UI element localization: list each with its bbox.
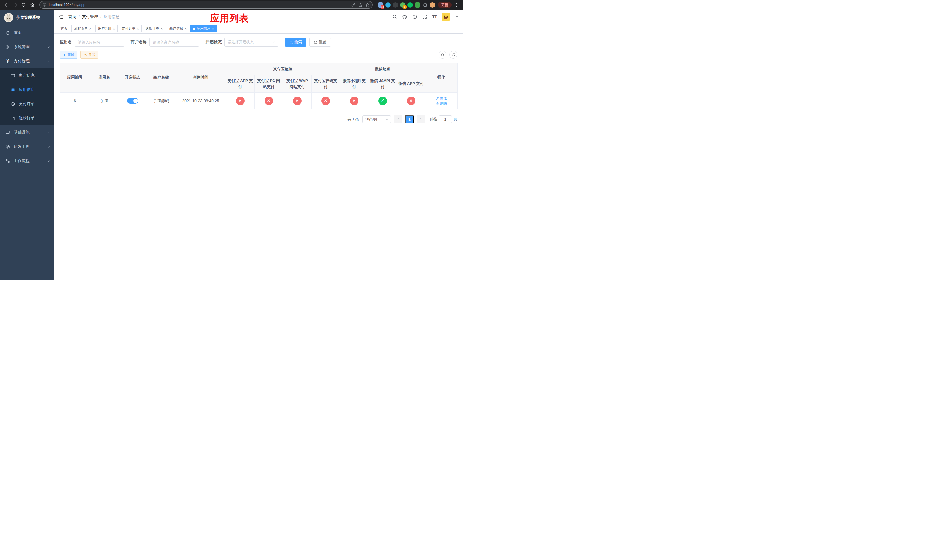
browser-update-button[interactable]: 更新 bbox=[438, 2, 452, 8]
tab-pay-orders[interactable]: 支付订单× bbox=[119, 25, 142, 32]
delete-button[interactable]: 删除 bbox=[436, 101, 447, 106]
table-toolbar: 新增 导出 bbox=[60, 51, 457, 59]
column-header-actions: 操作 bbox=[425, 63, 458, 92]
user-avatar[interactable] bbox=[442, 12, 450, 21]
browser-menu-icon[interactable] bbox=[453, 1, 460, 9]
page-number-button[interactable]: 1 bbox=[405, 115, 414, 123]
tab-refund-orders[interactable]: 退款订单× bbox=[143, 25, 165, 32]
search-icon bbox=[289, 41, 293, 44]
column-header-alipay-app: 支付宝 APP 支付 bbox=[226, 76, 254, 92]
refresh-icon bbox=[314, 41, 318, 44]
sidebar-item-refund-orders[interactable]: 退款订单 bbox=[0, 111, 54, 125]
sidebar-item-system[interactable]: 系统管理 bbox=[0, 40, 54, 54]
extension-icon-3[interactable] bbox=[393, 2, 398, 8]
help-icon[interactable] bbox=[412, 14, 417, 19]
sidebar-item-pay-orders[interactable]: 支付订单 bbox=[0, 97, 54, 111]
breadcrumb-home[interactable]: 首页 bbox=[68, 14, 76, 20]
sidebar-item-app-info[interactable]: 应用信息 bbox=[0, 83, 54, 97]
merchant-name-input[interactable] bbox=[150, 38, 199, 47]
close-icon[interactable]: × bbox=[113, 27, 115, 30]
github-icon[interactable] bbox=[402, 14, 407, 20]
address-bar[interactable]: localhost:1024/pay/app bbox=[39, 1, 373, 9]
sidebar-fold-icon[interactable] bbox=[57, 13, 65, 21]
chevron-down-icon bbox=[385, 118, 388, 121]
status-wx-app-icon: × bbox=[407, 97, 415, 105]
monitor-icon bbox=[5, 130, 10, 135]
pagination-total: 共 1 条 bbox=[348, 117, 359, 122]
share-icon[interactable] bbox=[358, 3, 363, 7]
sidebar-item-payment[interactable]: ¥ 支付管理 bbox=[0, 54, 54, 68]
close-icon[interactable]: × bbox=[160, 27, 163, 30]
cell-status bbox=[118, 92, 147, 109]
tab-merchant-info[interactable]: 商户信息× bbox=[166, 25, 189, 32]
close-icon[interactable]: × bbox=[212, 27, 214, 30]
next-page-button[interactable] bbox=[416, 115, 425, 123]
tab-app-info[interactable]: 应用信息× bbox=[191, 25, 217, 32]
add-button[interactable]: 新增 bbox=[60, 51, 77, 59]
extension-icon-6[interactable] bbox=[415, 2, 420, 8]
profile-avatar-icon[interactable] bbox=[430, 2, 435, 8]
sidebar-item-home[interactable]: 首页 bbox=[0, 26, 54, 40]
extensions-puzzle-icon[interactable] bbox=[422, 2, 428, 8]
merchant-name-label: 商户名称 bbox=[131, 39, 147, 45]
browser-back-button[interactable] bbox=[3, 1, 10, 9]
sidebar-item-merchant-info[interactable]: 商户信息 bbox=[0, 68, 54, 83]
close-icon[interactable]: × bbox=[89, 27, 91, 30]
caret-down-icon[interactable] bbox=[455, 15, 458, 18]
extension-badge: 1 bbox=[403, 5, 407, 9]
cell-created: 2021-10-23 08:49:25 bbox=[176, 92, 226, 109]
fullscreen-icon[interactable] bbox=[422, 14, 427, 19]
app-name-input[interactable] bbox=[75, 38, 124, 47]
status-select[interactable]: 请选择开启状态 bbox=[224, 38, 278, 47]
toggle-search-button[interactable] bbox=[439, 51, 446, 59]
column-group-alipay: 支付宝配置 bbox=[226, 63, 340, 76]
prev-page-button[interactable] bbox=[394, 115, 402, 123]
sidebar-item-workflow[interactable]: 工作流程 bbox=[0, 154, 54, 168]
browser-forward-button[interactable] bbox=[11, 1, 19, 9]
tab-process-form[interactable]: 流程表单× bbox=[71, 25, 94, 32]
header-search-icon[interactable] bbox=[392, 14, 397, 19]
browser-reload-button[interactable] bbox=[20, 1, 27, 9]
search-button[interactable]: 搜索 bbox=[285, 38, 306, 47]
close-icon[interactable]: × bbox=[184, 27, 186, 30]
chevron-down-icon bbox=[47, 145, 50, 148]
password-key-icon[interactable] bbox=[351, 3, 356, 7]
bookmark-star-icon[interactable] bbox=[365, 3, 369, 7]
tab-user-group[interactable]: 用户分组× bbox=[95, 25, 118, 32]
extension-icon-4[interactable]: 1 bbox=[400, 2, 406, 8]
font-size-icon[interactable]: TT bbox=[432, 15, 437, 19]
chevron-down-icon bbox=[47, 45, 50, 49]
top-navbar: 首页 / 支付管理 / 应用信息 bbox=[54, 10, 463, 24]
column-header-wx-lite: 微信小程序支付 bbox=[340, 76, 368, 92]
kebab-menu-icon bbox=[454, 3, 459, 7]
edit-button[interactable]: 修改 bbox=[436, 96, 447, 101]
column-header-alipay-wap: 支付宝 WAP 网站支付 bbox=[283, 76, 312, 92]
browser-home-button[interactable] bbox=[29, 1, 36, 9]
sidebar-item-infrastructure[interactable]: 基础设施 bbox=[0, 125, 54, 139]
status-alipay-wap-icon: × bbox=[293, 97, 301, 105]
reset-button[interactable]: 重置 bbox=[309, 38, 331, 47]
extension-icon-2[interactable] bbox=[385, 2, 391, 8]
sidebar-item-dev-tools[interactable]: 研发工具 bbox=[0, 139, 54, 154]
goto-page-input[interactable] bbox=[439, 115, 452, 123]
pencil-icon bbox=[436, 97, 439, 100]
export-button[interactable]: 导出 bbox=[80, 51, 98, 59]
column-header-app-id: 应用编号 bbox=[60, 63, 90, 92]
site-info-icon[interactable] bbox=[42, 3, 47, 7]
enable-toggle[interactable] bbox=[127, 98, 138, 104]
extension-icon-1[interactable]: 10 bbox=[378, 2, 383, 8]
chevron-down-icon bbox=[47, 131, 50, 134]
page-size-select[interactable]: 10条/页 bbox=[363, 115, 391, 123]
status-wx-jsapi-icon: ✓ bbox=[378, 97, 387, 105]
status-wx-lite-icon: × bbox=[350, 97, 359, 105]
chevron-up-icon bbox=[47, 60, 50, 63]
tab-home[interactable]: 首页 bbox=[58, 25, 70, 32]
close-icon[interactable]: × bbox=[137, 27, 139, 30]
refresh-table-button[interactable] bbox=[449, 51, 457, 59]
column-header-status: 开启状态 bbox=[118, 63, 147, 92]
app-name-label: 应用名 bbox=[60, 39, 72, 45]
cube-icon bbox=[5, 144, 10, 149]
extension-icon-5[interactable] bbox=[407, 2, 413, 8]
breadcrumb-payment[interactable]: 支付管理 bbox=[82, 14, 98, 20]
document-icon bbox=[10, 116, 15, 121]
